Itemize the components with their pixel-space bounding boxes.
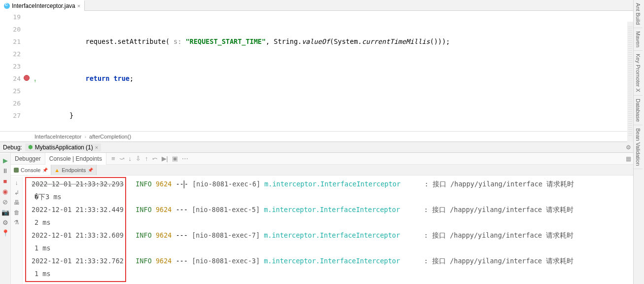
console-side-toolbar: ↓ ↲ 🖶 🗑 ⚗ [11, 177, 23, 284]
fold-column [25, 11, 35, 131]
tool-panel-ant-build[interactable]: Ant Build [634, 0, 643, 28]
breadcrumb: InterfaceInterceptor › afterCompletion() [0, 131, 644, 142]
mute-breakpoints-button[interactable]: ⊘ [2, 198, 8, 206]
run-to-cursor-icon[interactable]: ▶| [162, 155, 168, 162]
close-icon[interactable]: × [77, 3, 80, 9]
editor-scrollbar[interactable] [627, 22, 633, 142]
subtab-endpoints[interactable]: ▲ Endpoints 📌 [51, 165, 97, 175]
pause-button[interactable]: ⏸ [2, 167, 8, 175]
breakpoint-icon[interactable] [24, 75, 30, 81]
java-class-icon [4, 3, 10, 9]
right-tool-strip: Ant BuildMavenKey Promoter XDatabaseBean… [633, 0, 644, 284]
code-area[interactable]: request.setAttribute( s: "REQUEST_START_… [35, 11, 644, 131]
tool-panel-database[interactable]: Database [634, 96, 643, 125]
pin-icon[interactable]: 📌 [42, 168, 48, 173]
tab-console-endpoints[interactable]: Console | Endpoints [45, 153, 106, 165]
close-icon[interactable]: × [95, 144, 98, 150]
breadcrumb-class[interactable]: InterfaceInterceptor [34, 134, 81, 140]
flame-icon: ▲ [54, 167, 60, 173]
step-over-icon[interactable]: ⤻ [119, 155, 125, 162]
console-line: 1 ms [32, 267, 630, 280]
file-tab-label: InterfaceInterceptor.java [12, 2, 75, 9]
print-icon[interactable]: 🖶 [14, 199, 20, 206]
debug-label: Debug: [3, 144, 22, 151]
debug-side-toolbar: ▶ ⏸ ■ ◉ ⊘ 📷 ⚙ 📍 [0, 154, 11, 284]
console-output[interactable]: 2022-12-01 21:33:32.293 INFO 9624 --- [n… [23, 177, 633, 284]
view-breakpoints-button[interactable]: ◉ [2, 188, 8, 195]
run-config-tab[interactable]: ⬢ MybatisApplication (1) × [25, 143, 102, 151]
settings-icon[interactable]: ⚙ [2, 219, 8, 226]
frames-icon[interactable]: ≡ [111, 155, 115, 162]
subtab-console[interactable]: Console 📌 [11, 165, 51, 175]
console-line: �下3 ms [32, 190, 630, 203]
tab-debugger[interactable]: Debugger [11, 153, 45, 165]
console-line: 2022-12-01 21:33:32.609 INFO 9624 --- [n… [32, 229, 630, 242]
trace-icon[interactable]: ⋯ [182, 155, 188, 162]
editor-tabbar: InterfaceInterceptor.java × [0, 0, 644, 11]
gutter: 19 20 21 22 23 24↑ 25 26 27 [0, 11, 25, 131]
pin-icon[interactable]: 📍 [1, 229, 9, 237]
debug-toolbar: ↻ Debugger Console | Endpoints ≡ ⤻ ↓ ⇩ ↑… [0, 153, 644, 165]
soft-wrap-icon[interactable]: ↲ [14, 189, 19, 196]
file-tab[interactable]: InterfaceInterceptor.java × [0, 0, 85, 11]
layout-icon[interactable]: ▦ [626, 155, 631, 162]
step-controls: ≡ ⤻ ↓ ⇩ ↑ ⤺ ▶| ▣ ⋯ [106, 153, 193, 164]
editor[interactable]: 19 20 21 22 23 24↑ 25 26 27 request.setA… [0, 11, 644, 131]
console-icon [14, 168, 19, 173]
tool-panel-maven[interactable]: Maven [634, 28, 643, 51]
chevron-right-icon: › [84, 134, 86, 140]
camera-icon[interactable]: 📷 [1, 209, 9, 216]
console-line: 1 ms [32, 242, 630, 254]
step-into-icon[interactable]: ↓ [129, 155, 132, 162]
console-line: 2022-12-01 21:33:32.762 INFO 9624 --- [n… [32, 254, 630, 267]
breadcrumb-method[interactable]: afterCompletion() [89, 134, 131, 140]
step-out-icon[interactable]: ↑ [145, 155, 148, 162]
console-line: 2022-12-01 21:33:32.293 INFO 9624 --- [n… [32, 178, 630, 190]
console-line: 2 ms [32, 216, 630, 229]
run-config-name: MybatisApplication (1) [35, 144, 93, 151]
tool-panel-bean-validation[interactable]: Bean Validation [634, 125, 643, 169]
clear-icon[interactable]: 🗑 [14, 209, 20, 216]
filter-icon[interactable]: ⚗ [14, 219, 19, 226]
drop-frame-icon[interactable]: ⤺ [152, 155, 158, 162]
stop-button[interactable]: ■ [3, 178, 7, 185]
scroll-to-end-icon[interactable]: ↓ [15, 179, 18, 186]
pin-icon[interactable]: 📌 [88, 168, 93, 173]
gear-icon[interactable]: ⚙ [626, 144, 631, 151]
console-subtabs: Console 📌 ▲ Endpoints 📌 [0, 165, 644, 176]
resume-button[interactable]: ▶ [3, 157, 8, 164]
console-line: 2022-12-01 21:33:32.449 INFO 9624 --- [n… [32, 203, 630, 216]
tool-panel-key-promoter-x[interactable]: Key Promoter X [634, 51, 643, 96]
override-up-icon[interactable]: ↑ [34, 74, 36, 87]
evaluate-icon[interactable]: ▣ [172, 155, 178, 162]
force-step-into-icon[interactable]: ⇩ [136, 155, 141, 162]
debug-toolwindow-header: Debug: ⬢ MybatisApplication (1) × ⚙ — [0, 142, 644, 153]
spring-leaf-icon: ⬢ [28, 144, 33, 150]
